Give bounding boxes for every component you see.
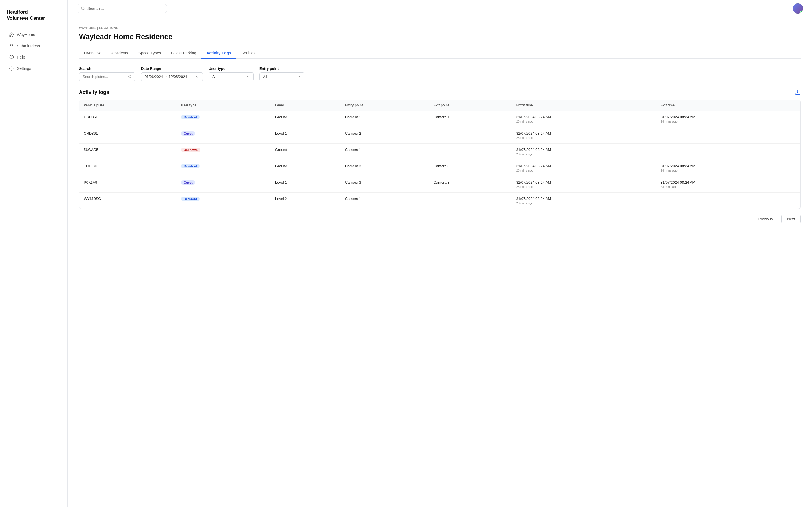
user-type-cell: Resident <box>176 160 271 176</box>
next-button[interactable]: Next <box>781 215 801 223</box>
sidebar-logo: Headford Volunteer Center <box>0 7 67 29</box>
col-entry-point: Entry point <box>341 100 429 111</box>
sidebar-item-settings[interactable]: Settings <box>2 63 65 74</box>
exit-time-cell: - <box>656 127 801 144</box>
chevron-down-icon <box>195 75 199 79</box>
user-type-cell: Resident <box>176 111 271 127</box>
date-range-label: Date Range <box>141 66 203 71</box>
search-icon <box>81 6 85 11</box>
exit-point-cell: Camera 3 <box>429 160 511 176</box>
table-row: CRD861 Resident Ground Camera 1 Camera 1… <box>79 111 801 127</box>
tab-residents[interactable]: Residents <box>105 48 133 59</box>
section-header: Activity logs <box>79 89 801 95</box>
user-type-cell: Resident <box>176 193 271 209</box>
breadcrumb: WAYHOME | LOCATIONS <box>79 26 801 30</box>
online-indicator <box>800 11 803 13</box>
svg-line-8 <box>131 77 131 78</box>
settings-icon <box>9 66 14 71</box>
entry-time-cell: 31/07/2024 08:24 AM 28 mins ago <box>512 111 656 127</box>
home-icon <box>9 32 14 37</box>
exit-time-cell: 31/07/2024 08:24 AM 28 mins ago <box>656 111 801 127</box>
sidebar-item-wayhome[interactable]: WayHome <box>2 29 65 40</box>
exit-time-cell: 31/07/2024 08:24 AM 28 mins ago <box>656 160 801 176</box>
exit-point-cell: - <box>429 127 511 144</box>
exit-time-cell: - <box>656 144 801 160</box>
search-filter-label: Search <box>79 66 135 71</box>
entry-point-filter: Entry point All <box>259 66 305 81</box>
user-type-label: User type <box>209 66 254 71</box>
entry-time-cell: 31/07/2024 08:24 AM 28 mins ago <box>512 176 656 193</box>
entry-time-cell: 31/07/2024 08:24 AM 28 mins ago <box>512 127 656 144</box>
entry-time-cell: 31/07/2024 08:24 AM 28 mins ago <box>512 193 656 209</box>
search-filter: Search <box>79 66 135 81</box>
pagination: Previous Next <box>79 209 801 224</box>
svg-point-0 <box>10 44 13 46</box>
date-range-filter: Date Range 01/06/2024 → 12/06/2024 <box>141 66 203 81</box>
topbar <box>68 0 812 17</box>
col-vehicle-plate: Vehicle plate <box>79 100 176 111</box>
user-type-value: All <box>212 75 216 79</box>
entry-point-cell: Camera 2 <box>341 127 429 144</box>
col-entry-time: Entry time <box>512 100 656 111</box>
table-row: P0K1A9 Guest Level 1 Camera 3 Camera 3 3… <box>79 176 801 193</box>
user-type-cell: Guest <box>176 176 271 193</box>
exit-time-cell: 31/07/2024 08:24 AM 28 mins ago <box>656 176 801 193</box>
download-icon <box>795 89 801 95</box>
exit-point-cell: - <box>429 144 511 160</box>
user-type-cell: Unknown <box>176 144 271 160</box>
tab-overview[interactable]: Overview <box>79 48 105 59</box>
sidebar: Headford Volunteer Center WayHome Submit… <box>0 0 68 507</box>
search-bar[interactable] <box>77 4 167 13</box>
sidebar-item-label: WayHome <box>17 33 35 37</box>
entry-time-cell: 31/07/2024 08:24 AM 28 mins ago <box>512 160 656 176</box>
tab-space-types[interactable]: Space Types <box>133 48 166 59</box>
svg-point-5 <box>82 7 84 10</box>
user-type-cell: Guest <box>176 127 271 144</box>
vehicle-plate-cell: CRD861 <box>79 127 176 144</box>
sidebar-item-label: Settings <box>17 66 31 71</box>
col-user-type: User type <box>176 100 271 111</box>
vehicle-plate-cell: TD198D <box>79 160 176 176</box>
exit-time-cell: - <box>656 193 801 209</box>
exit-point-cell: - <box>429 193 511 209</box>
previous-button[interactable]: Previous <box>753 215 779 223</box>
level-cell: Level 1 <box>271 127 341 144</box>
download-button[interactable] <box>795 89 801 95</box>
avatar <box>793 3 803 13</box>
vehicle-plate-cell: WY610SG <box>79 193 176 209</box>
tab-guest-parking[interactable]: Guest Parking <box>166 48 201 59</box>
chevron-down-icon <box>297 75 301 79</box>
entry-point-select[interactable]: All <box>259 72 305 81</box>
search-filter-input-wrap[interactable] <box>79 72 135 81</box>
date-range-value: 01/06/2024 → 12/06/2024 <box>145 75 187 79</box>
entry-point-cell: Camera 3 <box>341 176 429 193</box>
chevron-down-icon <box>246 75 250 79</box>
exit-point-cell: Camera 3 <box>429 176 511 193</box>
sidebar-item-label: Help <box>17 55 25 59</box>
col-exit-point: Exit point <box>429 100 511 111</box>
entry-point-cell: Camera 1 <box>341 193 429 209</box>
sidebar-item-submit-ideas[interactable]: Submit Ideas <box>2 41 65 51</box>
user-type-select[interactable]: All <box>209 72 254 81</box>
svg-point-4 <box>11 68 12 69</box>
entry-point-cell: Camera 3 <box>341 160 429 176</box>
tab-settings[interactable]: Settings <box>236 48 261 59</box>
entry-point-cell: Camera 1 <box>341 144 429 160</box>
vehicle-plate-cell: CRD861 <box>79 111 176 127</box>
content-area: WAYHOME | LOCATIONS Wayleadr Home Reside… <box>68 17 812 507</box>
entry-time-cell: 31/07/2024 08:24 AM 28 mins ago <box>512 144 656 160</box>
entry-point-label: Entry point <box>259 66 305 71</box>
svg-line-6 <box>84 9 85 10</box>
date-range-select[interactable]: 01/06/2024 → 12/06/2024 <box>141 72 203 81</box>
tab-activity-logs[interactable]: Activity Logs <box>201 48 236 59</box>
section-title: Activity logs <box>79 89 109 95</box>
level-cell: Ground <box>271 144 341 160</box>
vehicle-plate-cell: 56WAD5 <box>79 144 176 160</box>
table-row: TD198D Resident Ground Camera 3 Camera 3… <box>79 160 801 176</box>
plate-search-input[interactable] <box>83 75 126 79</box>
tabs-nav: Overview Residents Space Types Guest Par… <box>79 48 801 59</box>
col-exit-time: Exit time <box>656 100 801 111</box>
sidebar-item-help[interactable]: Help <box>2 52 65 62</box>
search-input[interactable] <box>87 6 163 11</box>
lightbulb-icon <box>9 43 14 48</box>
